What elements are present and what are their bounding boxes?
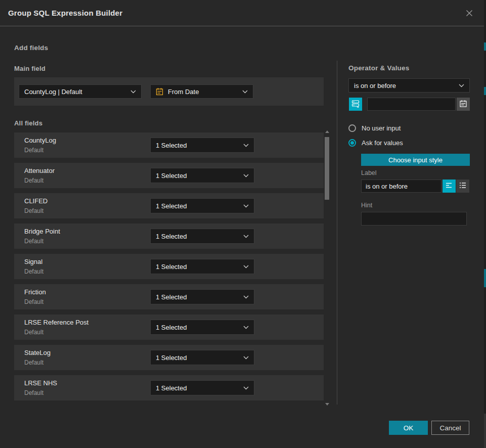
- calendar-icon: [459, 100, 467, 109]
- choose-input-style-button[interactable]: Choose input style: [361, 154, 470, 166]
- input-type-toggle-button[interactable]: [349, 98, 362, 111]
- hint-input[interactable]: [361, 212, 467, 226]
- field-values-select-value: 1 Selected: [156, 293, 187, 301]
- layer-select-value: CountyLog | Default: [24, 88, 82, 96]
- field-row: LRSE Reference Post Default 1 Selected: [14, 315, 324, 340]
- label-caption: Label: [361, 169, 377, 176]
- field-row: StateLog Default 1 Selected: [14, 345, 324, 370]
- label-input[interactable]: [361, 180, 441, 193]
- field-values-select[interactable]: 1 Selected: [150, 350, 254, 365]
- operator-select[interactable]: is on or before: [348, 78, 470, 93]
- hint-caption: Hint: [361, 202, 372, 209]
- list-style-button[interactable]: [456, 180, 469, 193]
- background-accent-segment: [484, 87, 486, 95]
- chevron-down-icon: [243, 295, 249, 299]
- chevron-down-icon: [243, 326, 249, 329]
- field-values-select[interactable]: 1 Selected: [150, 229, 254, 244]
- chevron-down-icon: [130, 90, 136, 94]
- value-input-row: [349, 98, 470, 111]
- field-values-select[interactable]: 1 Selected: [150, 168, 254, 183]
- field-values-select[interactable]: 1 Selected: [150, 259, 254, 274]
- layer-select[interactable]: CountyLog | Default: [19, 84, 142, 99]
- add-fields-heading: Add fields: [14, 44, 48, 52]
- chevron-down-icon: [243, 144, 249, 147]
- field-values-select[interactable]: 1 Selected: [150, 138, 254, 153]
- field-row: CLIFED Default 1 Selected: [14, 193, 324, 218]
- field-row: Signal Default 1 Selected: [14, 254, 324, 279]
- radio-icon: [348, 139, 356, 147]
- field-values-select-value: 1 Selected: [156, 263, 187, 271]
- chevron-down-icon: [243, 235, 249, 238]
- field-values-select[interactable]: 1 Selected: [150, 320, 254, 335]
- field-values-select-value: 1 Selected: [156, 142, 187, 149]
- close-icon[interactable]: [464, 8, 475, 19]
- background-accent-segment: [484, 269, 486, 287]
- chevron-down-icon: [243, 265, 249, 268]
- radio-label: No user input: [362, 124, 401, 132]
- calendar-icon: [156, 87, 163, 96]
- dialog-titlebar: Group SQL Expression Builder: [0, 0, 484, 26]
- date-picker-button[interactable]: [457, 98, 470, 111]
- dialog-title: Group SQL Expression Builder: [8, 9, 122, 17]
- main-field-heading: Main field: [14, 65, 46, 72]
- all-fields-list: CountyLog Default 1 Selected Attenuator …: [14, 132, 324, 406]
- field-values-select-value: 1 Selected: [156, 324, 187, 331]
- stacked-inputs-icon: [351, 100, 360, 109]
- chevron-down-icon: [243, 386, 249, 390]
- panel-divider: [337, 61, 337, 405]
- field-values-select-value: 1 Selected: [156, 233, 187, 240]
- scroll-down-icon[interactable]: [325, 403, 329, 406]
- single-line-style-button[interactable]: [443, 180, 456, 193]
- chevron-down-icon: [243, 356, 249, 360]
- main-date-field-value: From Date: [168, 88, 238, 96]
- scrollbar-thumb[interactable]: [325, 137, 329, 200]
- ok-button[interactable]: OK: [389, 421, 428, 435]
- operator-values-heading: Operator & Values: [348, 64, 409, 72]
- field-values-select-value: 1 Selected: [156, 172, 187, 180]
- field-values-select[interactable]: 1 Selected: [150, 380, 254, 395]
- main-date-field-select[interactable]: From Date: [150, 84, 253, 99]
- align-left-icon: [446, 182, 453, 190]
- background-accent-segment: [484, 42, 486, 51]
- field-values-select[interactable]: 1 Selected: [150, 198, 254, 213]
- background-light-segment: [484, 414, 486, 448]
- operator-select-value: is on or before: [354, 82, 396, 89]
- radio-no-user-input[interactable]: No user input: [348, 124, 401, 132]
- field-row: Friction Default 1 Selected: [14, 284, 324, 309]
- chevron-down-icon: [242, 90, 248, 94]
- group-sql-expression-builder-dialog: Group SQL Expression Builder Add fields …: [0, 0, 486, 448]
- field-row: LRSE NHS Default 1 Selected: [14, 375, 324, 400]
- field-values-select-value: 1 Selected: [156, 354, 187, 362]
- chevron-down-icon: [243, 174, 249, 177]
- cancel-button[interactable]: Cancel: [431, 421, 469, 435]
- radio-label: Ask for values: [362, 139, 403, 147]
- radio-ask-for-values[interactable]: Ask for values: [348, 139, 403, 147]
- fields-list-scrollbar[interactable]: [324, 130, 330, 406]
- all-fields-heading: All fields: [14, 119, 42, 127]
- field-row: Bridge Point Default 1 Selected: [14, 223, 324, 249]
- radio-icon: [348, 124, 356, 132]
- scroll-up-icon[interactable]: [325, 130, 329, 133]
- field-row: Attenuator Default 1 Selected: [14, 163, 324, 188]
- date-value-input[interactable]: [367, 98, 456, 111]
- chevron-down-icon: [459, 84, 464, 87]
- list-icon: [459, 182, 467, 190]
- field-values-select-value: 1 Selected: [156, 202, 187, 210]
- field-row: CountyLog Default 1 Selected: [14, 132, 324, 158]
- chevron-down-icon: [243, 204, 249, 208]
- main-field-panel: CountyLog | Default From Date: [14, 77, 324, 106]
- background-app-edge: [484, 0, 486, 448]
- field-values-select-value: 1 Selected: [156, 384, 187, 392]
- field-values-select[interactable]: 1 Selected: [150, 289, 254, 304]
